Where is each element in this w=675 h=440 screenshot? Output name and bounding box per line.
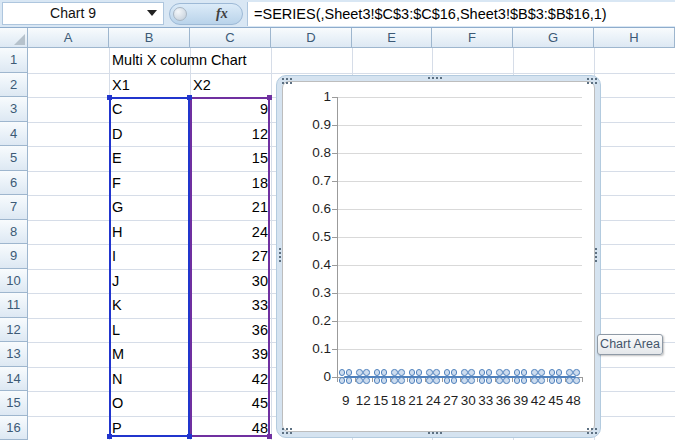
cell-b2-header[interactable]: X1: [112, 73, 130, 97]
y-axis-label: 0.6: [285, 201, 331, 217]
data-point-marker-icon: [391, 369, 398, 376]
column-header-d[interactable]: D: [271, 28, 352, 48]
row-header-3[interactable]: 3: [0, 97, 28, 122]
data-point-marker-icon: [426, 369, 433, 376]
column-header-g[interactable]: G: [513, 28, 594, 48]
range-handle[interactable]: [107, 434, 112, 439]
column-header-b[interactable]: B: [109, 28, 190, 48]
chart-resize-handle-top-right[interactable]: [586, 77, 597, 85]
insert-function-icon[interactable]: fx: [216, 6, 228, 22]
chart-resize-handle-top-middle[interactable]: [427, 76, 443, 80]
data-point-marker-icon: [451, 377, 458, 384]
data-point[interactable]: [496, 369, 510, 385]
data-point-marker-icon: [531, 369, 538, 376]
data-point[interactable]: [356, 369, 370, 385]
range-handle[interactable]: [267, 434, 272, 439]
y-gridline: [337, 237, 582, 238]
row-header-13[interactable]: 13: [0, 342, 28, 367]
row-header-16[interactable]: 16: [0, 416, 28, 440]
y-axis-label: 0.7: [285, 173, 331, 189]
y-gridline: [337, 97, 582, 98]
range-handle[interactable]: [267, 95, 272, 100]
row-header-1[interactable]: 1: [0, 48, 28, 73]
select-all-triangle-icon: [14, 34, 25, 45]
formula-text: =SERIES(,Sheet3!$C$3:$C$16,Sheet3!$B$3:$…: [254, 2, 607, 26]
chart-resize-handle-top-left[interactable]: [281, 77, 292, 85]
data-point-marker-icon: [556, 369, 563, 376]
row-header-5[interactable]: 5: [0, 146, 28, 171]
row-header-12[interactable]: 12: [0, 318, 28, 342]
name-box[interactable]: Chart 9: [2, 2, 164, 25]
data-point-marker-icon: [339, 369, 346, 376]
row-header-8[interactable]: 8: [0, 220, 28, 244]
data-point-marker-icon: [468, 369, 475, 376]
y-gridline: [337, 209, 582, 210]
row-header-10[interactable]: 10: [0, 269, 28, 293]
data-point[interactable]: [461, 369, 475, 385]
data-point-marker-icon: [514, 377, 521, 384]
data-point[interactable]: [514, 369, 528, 385]
data-point-marker-icon: [339, 377, 346, 384]
y-values-range-border[interactable]: [109, 97, 190, 437]
chart-resize-handle-left-middle[interactable]: [278, 247, 282, 263]
row-header-7[interactable]: 7: [0, 195, 28, 220]
row-header-4[interactable]: 4: [0, 122, 28, 146]
data-point-marker-icon: [468, 377, 475, 384]
data-point-marker-icon: [356, 377, 363, 384]
data-point-marker-icon: [346, 377, 353, 384]
divider-grip-icon[interactable]: [173, 7, 187, 21]
range-handle[interactable]: [187, 95, 192, 100]
data-point-marker-icon: [381, 369, 388, 376]
select-all-corner[interactable]: [0, 28, 28, 48]
y-axis-label: 0.3: [285, 285, 331, 301]
column-header-a[interactable]: A: [28, 28, 109, 48]
data-point[interactable]: [426, 369, 440, 385]
data-point[interactable]: [409, 369, 423, 385]
y-axis-label: 0.8: [285, 145, 331, 161]
y-axis-line: [337, 97, 338, 378]
column-header-h[interactable]: H: [594, 28, 675, 48]
data-point[interactable]: [391, 369, 405, 385]
range-handle[interactable]: [187, 434, 192, 439]
formula-input[interactable]: =SERIES(,Sheet3!$C$3:$C$16,Sheet3!$B$3:$…: [247, 2, 675, 26]
data-point-marker-icon: [486, 369, 493, 376]
data-point[interactable]: [339, 369, 353, 385]
name-box-dropdown-icon[interactable]: [147, 10, 157, 16]
x-values-range-border[interactable]: [190, 97, 270, 437]
data-point-marker-icon: [479, 377, 486, 384]
range-handle[interactable]: [107, 95, 112, 100]
chart-resize-handle-right-middle[interactable]: [594, 247, 598, 263]
data-point[interactable]: [444, 369, 458, 385]
column-header-f[interactable]: F: [432, 28, 513, 48]
y-gridline: [337, 293, 582, 294]
cell-c2-header[interactable]: X2: [193, 73, 211, 97]
data-point-marker-icon: [556, 377, 563, 384]
data-point-marker-icon: [549, 369, 556, 376]
row-header-11[interactable]: 11: [0, 293, 28, 318]
data-point-marker-icon: [486, 377, 493, 384]
column-header-e[interactable]: E: [352, 28, 432, 48]
row-header-14[interactable]: 14: [0, 367, 28, 391]
data-point-marker-icon: [503, 369, 510, 376]
data-point[interactable]: [479, 369, 493, 385]
chart-resize-handle-bottom-middle[interactable]: [427, 431, 443, 435]
data-point-marker-icon: [356, 369, 363, 376]
cell-b1-title[interactable]: Multi X column Chart: [112, 48, 247, 72]
row-header-15[interactable]: 15: [0, 391, 28, 416]
data-point-marker-icon: [549, 377, 556, 384]
chart-resize-handle-bottom-left[interactable]: [281, 427, 292, 435]
row-header-9[interactable]: 9: [0, 244, 28, 269]
data-point[interactable]: [531, 369, 545, 385]
y-gridline: [337, 125, 582, 126]
column-header-c[interactable]: C: [190, 28, 271, 48]
y-gridline: [337, 153, 582, 154]
data-point[interactable]: [374, 369, 388, 385]
chart-resize-handle-bottom-right[interactable]: [586, 427, 597, 435]
data-point-marker-icon: [514, 369, 521, 376]
data-point-marker-icon: [444, 369, 451, 376]
row-header-2[interactable]: 2: [0, 73, 28, 97]
data-point[interactable]: [549, 369, 563, 385]
row-header-6[interactable]: 6: [0, 171, 28, 195]
data-point-marker-icon: [381, 377, 388, 384]
data-point[interactable]: [566, 369, 580, 385]
